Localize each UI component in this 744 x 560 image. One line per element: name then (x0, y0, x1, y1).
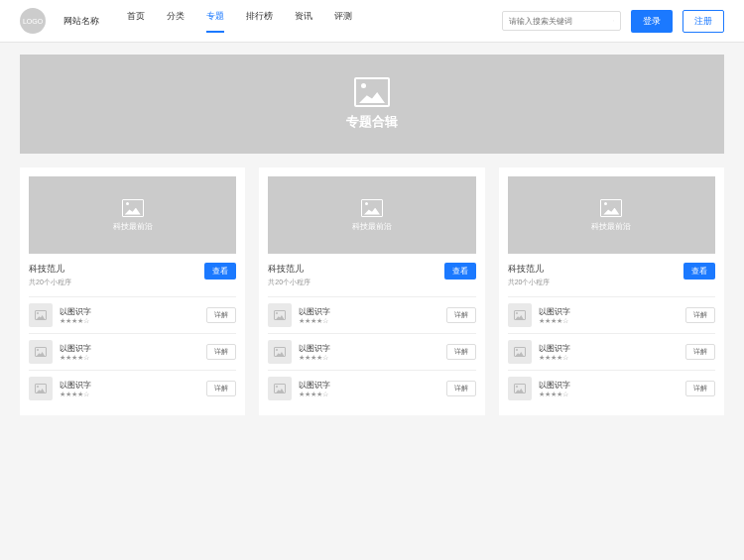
topic-card: 科技最前沿科技范儿共20个小程序查看以图识字★★★★☆详解以图识字★★★★☆详解… (499, 168, 724, 415)
header: LOGO 网站名称 首页分类专题排行榜资讯评测 登录 注册 (0, 0, 744, 43)
detail-button[interactable]: 详解 (446, 381, 476, 396)
item-title: 以图识字 (299, 306, 438, 317)
login-button[interactable]: 登录 (631, 10, 673, 33)
hero-banner: 专题合辑 (20, 55, 724, 154)
item-rating: ★★★★☆ (539, 317, 679, 325)
detail-button[interactable]: 详解 (206, 381, 236, 396)
item-rating: ★★★★☆ (299, 391, 438, 398)
topic-card: 科技最前沿科技范儿共20个小程序查看以图识字★★★★☆详解以图识字★★★★☆详解… (20, 168, 245, 415)
list-item[interactable]: 以图识字★★★★☆详解 (29, 296, 236, 333)
item-title: 以图识字 (299, 343, 438, 354)
page-body: 专题合辑 科技最前沿科技范儿共20个小程序查看以图识字★★★★☆详解以图识字★★… (0, 43, 744, 427)
list-item[interactable]: 以图识字★★★★☆详解 (29, 333, 236, 370)
detail-button[interactable]: 详解 (446, 344, 476, 360)
search-icon[interactable] (613, 16, 614, 26)
card-subtitle: 共20个小程序 (268, 278, 310, 287)
item-title: 以图识字 (539, 306, 679, 317)
image-placeholder-icon (274, 384, 286, 393)
svg-point-0 (613, 21, 614, 22)
item-rating: ★★★★☆ (60, 391, 199, 398)
card-header: 科技范儿共20个小程序查看 (508, 263, 715, 287)
image-placeholder-icon (514, 310, 526, 320)
image-placeholder-icon (600, 199, 622, 217)
list-item[interactable]: 以图识字★★★★☆详解 (268, 370, 475, 406)
detail-button[interactable]: 详解 (685, 307, 715, 323)
item-rating: ★★★★☆ (539, 391, 679, 398)
card-title: 科技范儿 (268, 263, 310, 276)
item-body: 以图识字★★★★☆ (299, 380, 438, 398)
item-body: 以图识字★★★★☆ (60, 306, 199, 325)
item-thumbnail (29, 340, 53, 364)
card-title: 科技范儿 (508, 263, 551, 276)
item-thumbnail (29, 303, 53, 327)
card-cover-title: 科技最前沿 (352, 221, 392, 232)
list-item[interactable]: 以图识字★★★★☆详解 (508, 296, 715, 333)
card-grid: 科技最前沿科技范儿共20个小程序查看以图识字★★★★☆详解以图识字★★★★☆详解… (20, 168, 724, 415)
search-box[interactable] (502, 11, 621, 31)
item-rating: ★★★★☆ (60, 354, 199, 362)
nav-item[interactable]: 首页 (127, 10, 145, 33)
card-subtitle: 共20个小程序 (29, 278, 71, 287)
card-header: 科技范儿共20个小程序查看 (268, 263, 475, 287)
list-item[interactable]: 以图识字★★★★☆详解 (508, 370, 715, 406)
card-title: 科技范儿 (29, 263, 71, 276)
nav: 首页分类专题排行榜资讯评测 (127, 10, 352, 33)
item-thumbnail (268, 377, 292, 400)
view-button[interactable]: 查看 (444, 263, 476, 280)
nav-item[interactable]: 评测 (334, 10, 352, 33)
card-cover[interactable]: 科技最前沿 (29, 176, 236, 254)
item-body: 以图识字★★★★☆ (299, 343, 438, 362)
logo[interactable]: LOGO (20, 8, 46, 34)
detail-button[interactable]: 详解 (206, 307, 236, 323)
detail-button[interactable]: 详解 (206, 344, 236, 360)
card-cover-title: 科技最前沿 (113, 221, 153, 232)
view-button[interactable]: 查看 (683, 263, 715, 280)
image-placeholder-icon (274, 347, 286, 357)
item-body: 以图识字★★★★☆ (539, 380, 679, 398)
detail-button[interactable]: 详解 (446, 307, 476, 323)
item-body: 以图识字★★★★☆ (60, 380, 199, 398)
item-title: 以图识字 (60, 306, 199, 317)
list-item[interactable]: 以图识字★★★★☆详解 (508, 333, 715, 370)
image-placeholder-icon (514, 347, 526, 357)
item-rating: ★★★★☆ (539, 354, 679, 362)
header-right: 登录 注册 (502, 10, 724, 33)
item-rating: ★★★★☆ (60, 317, 199, 325)
item-title: 以图识字 (60, 380, 199, 391)
image-placeholder-icon (361, 199, 383, 217)
list-item[interactable]: 以图识字★★★★☆详解 (29, 370, 236, 406)
topic-card: 科技最前沿科技范儿共20个小程序查看以图识字★★★★☆详解以图识字★★★★☆详解… (259, 168, 484, 415)
list-item[interactable]: 以图识字★★★★☆详解 (268, 296, 475, 333)
item-rating: ★★★★☆ (299, 317, 438, 325)
detail-button[interactable]: 详解 (685, 381, 715, 396)
hero-title: 专题合辑 (346, 113, 398, 131)
item-thumbnail (508, 340, 532, 364)
item-thumbnail (29, 377, 53, 400)
nav-item[interactable]: 排行榜 (246, 10, 273, 33)
image-placeholder-icon (122, 199, 144, 217)
item-body: 以图识字★★★★☆ (539, 306, 679, 325)
item-body: 以图识字★★★★☆ (299, 306, 438, 325)
nav-item[interactable]: 资讯 (295, 10, 312, 33)
item-body: 以图识字★★★★☆ (60, 343, 199, 362)
detail-button[interactable]: 详解 (685, 344, 715, 360)
site-name: 网站名称 (63, 15, 99, 28)
view-button[interactable]: 查看 (204, 263, 236, 280)
image-placeholder-icon (274, 310, 286, 320)
item-title: 以图识字 (299, 380, 438, 391)
nav-item[interactable]: 分类 (167, 10, 185, 33)
item-title: 以图识字 (539, 343, 679, 354)
list-item[interactable]: 以图识字★★★★☆详解 (268, 333, 475, 370)
search-input[interactable] (509, 17, 613, 26)
item-title: 以图识字 (60, 343, 199, 354)
card-header: 科技范儿共20个小程序查看 (29, 263, 236, 287)
item-thumbnail (268, 303, 292, 327)
item-rating: ★★★★☆ (299, 354, 438, 362)
card-cover[interactable]: 科技最前沿 (268, 176, 475, 254)
card-cover[interactable]: 科技最前沿 (508, 176, 715, 254)
register-button[interactable]: 注册 (682, 10, 724, 33)
image-placeholder-icon (354, 77, 390, 107)
image-placeholder-icon (514, 384, 526, 393)
nav-item[interactable]: 专题 (206, 10, 224, 33)
item-title: 以图识字 (539, 380, 679, 391)
